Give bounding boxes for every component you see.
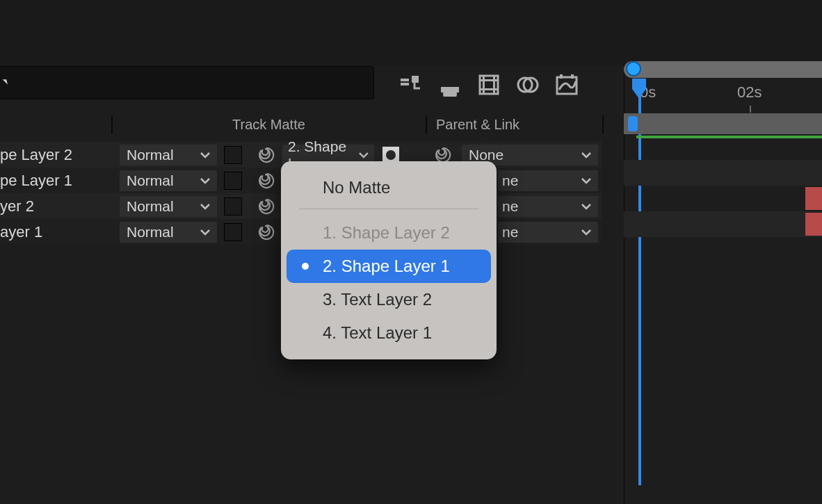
svg-rect-1 xyxy=(401,83,409,86)
layer-bar[interactable] xyxy=(624,134,822,160)
parent-value: ne xyxy=(502,172,518,189)
matte-option-label: 3. Text Layer 2 xyxy=(323,290,432,309)
pickwhip-icon[interactable] xyxy=(257,172,275,190)
matte-option[interactable]: 3. Text Layer 2 xyxy=(287,283,491,316)
layer-bar[interactable] xyxy=(624,211,822,237)
shy-icon[interactable] xyxy=(399,73,423,97)
parent-link-dropdown[interactable]: ne xyxy=(498,170,598,191)
svg-rect-9 xyxy=(493,76,495,94)
matte-option-label: No Matte xyxy=(323,178,390,197)
matte-option[interactable]: 4. Text Layer 1 xyxy=(287,316,491,350)
layer-name: pe Layer 1 xyxy=(0,172,111,190)
frame-blend-icon[interactable] xyxy=(438,73,462,97)
blend-mode-dropdown[interactable]: Normal xyxy=(120,196,217,217)
pickwhip-icon[interactable] xyxy=(257,146,275,164)
matte-option-label: 1. Shape Layer 2 xyxy=(323,223,450,243)
column-header-parent: Parent & Link xyxy=(436,117,519,133)
app-root: Track Matte Parent & Link 0s 02s pe Laye… xyxy=(0,0,822,504)
matte-option: 1. Shape Layer 2 xyxy=(287,216,491,250)
chevron-down-icon xyxy=(580,200,593,213)
pickwhip-icon[interactable] xyxy=(257,197,275,216)
svg-rect-7 xyxy=(480,88,498,90)
parent-value: None xyxy=(469,147,503,163)
timeline-toolbar xyxy=(399,73,579,97)
blend-mode-value: Normal xyxy=(127,198,174,215)
svg-rect-2 xyxy=(412,76,419,83)
timeline-layer-bars xyxy=(624,134,822,237)
blend-mode-dropdown[interactable]: Normal xyxy=(120,170,217,191)
work-area-handle[interactable] xyxy=(628,116,638,131)
chevron-down-icon xyxy=(199,200,211,213)
pickwhip-icon[interactable] xyxy=(257,223,275,241)
chevron-down-icon xyxy=(357,149,370,161)
chevron-down-icon xyxy=(580,149,593,161)
matte-toggle-box[interactable] xyxy=(224,146,242,164)
parent-link-dropdown[interactable]: ne xyxy=(498,196,598,217)
blend-mode-dropdown[interactable]: Normal xyxy=(120,145,217,165)
parent-link-dropdown[interactable]: ne xyxy=(498,222,598,243)
parent-value: ne xyxy=(502,198,518,215)
parent-value: ne xyxy=(502,224,518,241)
matte-toggle-box[interactable] xyxy=(224,197,242,216)
adjustment-icon[interactable] xyxy=(516,73,540,97)
matte-option[interactable]: 2. Shape Layer 1 xyxy=(287,250,491,283)
chevron-down-icon xyxy=(199,174,211,187)
svg-rect-6 xyxy=(480,79,498,81)
layer-bar[interactable] xyxy=(624,186,822,211)
ruler-tick xyxy=(750,106,751,113)
search-chevron-icon xyxy=(0,74,15,89)
matte-option-label: 2. Shape Layer 1 xyxy=(323,257,450,276)
layer-search-input[interactable] xyxy=(0,66,374,99)
layer-name: ayer 1 xyxy=(0,223,111,241)
blend-mode-value: Normal xyxy=(127,172,174,189)
svg-rect-8 xyxy=(483,76,485,94)
chevron-down-icon xyxy=(199,226,211,238)
work-area-bar[interactable] xyxy=(624,113,822,134)
chevron-down-icon xyxy=(580,226,593,238)
ruler-tick-label: 02s xyxy=(737,83,761,101)
track-matte-popup[interactable]: No Matte 1. Shape Layer 2 2. Shape Layer… xyxy=(281,161,497,359)
motion-blur-icon[interactable] xyxy=(477,73,501,97)
column-headers: Track Matte Parent & Link xyxy=(0,113,622,136)
svg-rect-13 xyxy=(560,74,563,79)
svg-rect-0 xyxy=(401,79,409,81)
column-header-trackmatte: Track Matte xyxy=(232,117,305,133)
layer-bar[interactable] xyxy=(624,160,822,186)
graph-editor-icon[interactable] xyxy=(555,73,579,97)
matte-option-none[interactable]: No Matte xyxy=(287,171,491,204)
layer-name: pe Layer 2 xyxy=(0,146,111,164)
blend-mode-value: Normal xyxy=(127,147,174,163)
layer-name: yer 2 xyxy=(0,197,111,216)
panel-top-strip xyxy=(0,0,822,66)
matte-option-label: 4. Text Layer 1 xyxy=(323,323,432,343)
blend-mode-dropdown[interactable]: Normal xyxy=(120,222,217,243)
chevron-down-icon xyxy=(580,174,593,187)
matte-toggle-box[interactable] xyxy=(224,172,242,190)
playhead-icon[interactable] xyxy=(631,78,647,100)
svg-point-16 xyxy=(386,150,396,160)
svg-rect-4 xyxy=(441,87,459,92)
svg-rect-5 xyxy=(480,76,498,94)
blend-mode-value: Normal xyxy=(127,224,174,241)
svg-rect-14 xyxy=(571,74,574,79)
work-area-bar-top[interactable] xyxy=(624,61,822,78)
matte-toggle-box[interactable] xyxy=(224,223,242,241)
chevron-down-icon xyxy=(199,149,211,161)
work-area-start-knob[interactable] xyxy=(626,61,641,76)
popup-divider xyxy=(299,209,478,209)
